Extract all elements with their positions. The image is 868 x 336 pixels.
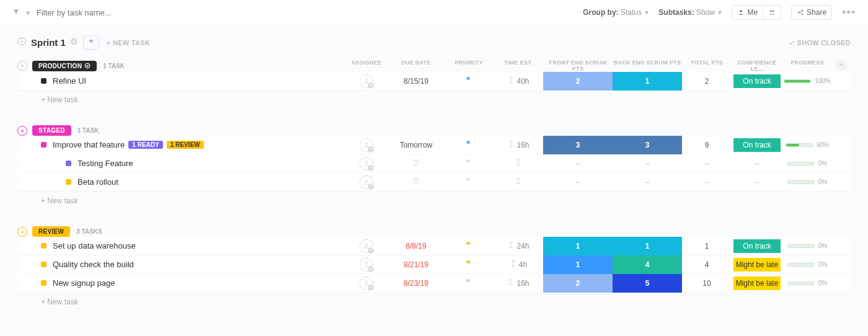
status-pill[interactable]: PRODUCTION bbox=[32, 61, 97, 71]
status-dot[interactable] bbox=[41, 78, 46, 84]
time-estimate[interactable]: 16h bbox=[507, 278, 529, 288]
priority-flag-icon[interactable] bbox=[465, 159, 472, 168]
fe-scrum-points[interactable]: 2 bbox=[543, 274, 613, 293]
fe-scrum-points[interactable]: 1 bbox=[543, 255, 613, 274]
fe-scrum-points[interactable]: 1 bbox=[543, 237, 613, 255]
hourglass-icon[interactable] bbox=[515, 159, 522, 168]
confidence-badge[interactable]: On track bbox=[733, 74, 781, 88]
total-points[interactable]: – bbox=[682, 154, 732, 173]
priority-flag-icon[interactable] bbox=[465, 177, 472, 187]
assignee-avatar[interactable] bbox=[360, 157, 373, 170]
task-name[interactable]: Refine UI bbox=[53, 76, 86, 86]
task-row[interactable]: Improve that feature 1 READY1 REVIEW Tom… bbox=[17, 136, 851, 154]
task-row[interactable]: Refine UI 8/15/19 40h 2 1 2 On track 100… bbox=[17, 72, 851, 91]
progress-cell[interactable]: 0% bbox=[787, 280, 827, 286]
subtasks-dropdown[interactable]: Subtasks: Show ▾ bbox=[658, 8, 722, 17]
assignees-button[interactable] bbox=[763, 5, 781, 20]
time-estimate[interactable]: 40h bbox=[507, 76, 529, 86]
hourglass-icon[interactable] bbox=[515, 177, 522, 187]
due-date[interactable]: 8/23/19 bbox=[404, 279, 428, 288]
fe-scrum-points[interactable]: 3 bbox=[543, 136, 613, 154]
assignee-avatar[interactable] bbox=[360, 239, 373, 253]
info-icon[interactable]: i bbox=[69, 37, 78, 48]
calendar-icon[interactable] bbox=[412, 177, 420, 187]
be-scrum-points[interactable]: 3 bbox=[613, 136, 682, 154]
assignee-avatar[interactable] bbox=[360, 258, 373, 272]
confidence-badge[interactable]: Might be late bbox=[733, 258, 781, 272]
progress-cell[interactable]: 100% bbox=[784, 77, 831, 84]
due-date[interactable]: 8/21/19 bbox=[404, 260, 428, 269]
time-estimate[interactable]: 16h bbox=[507, 140, 529, 149]
progress-cell[interactable]: 0% bbox=[787, 179, 827, 185]
be-scrum-points[interactable]: 1 bbox=[613, 237, 682, 255]
be-scrum-points[interactable]: 4 bbox=[613, 255, 682, 274]
total-points[interactable]: 1 bbox=[682, 237, 732, 255]
me-button[interactable]: Me bbox=[732, 5, 763, 20]
total-points[interactable]: 2 bbox=[682, 72, 732, 91]
new-task-row[interactable]: + New task bbox=[17, 91, 851, 109]
collapse-group-icon[interactable] bbox=[17, 61, 27, 71]
priority-flag-icon[interactable] bbox=[465, 76, 472, 86]
task-row[interactable]: Testing Feature – – – – 0% bbox=[17, 154, 851, 173]
new-task-row[interactable]: + New task bbox=[17, 293, 851, 311]
task-name[interactable]: Quality check the build bbox=[53, 260, 134, 269]
task-row[interactable]: Beta rollout – – – – 0% bbox=[17, 173, 851, 192]
confidence-badge[interactable]: – bbox=[755, 159, 760, 168]
assignee-avatar[interactable] bbox=[360, 74, 373, 88]
total-points[interactable]: 4 bbox=[682, 255, 732, 274]
priority-flag-icon[interactable] bbox=[465, 241, 472, 250]
status-pill[interactable]: STAGED bbox=[32, 125, 71, 136]
task-name[interactable]: Set up data warehouse bbox=[53, 241, 136, 250]
more-icon[interactable]: ••• bbox=[842, 6, 856, 19]
calendar-icon[interactable] bbox=[412, 159, 420, 168]
confidence-badge[interactable]: – bbox=[755, 178, 760, 187]
task-name[interactable]: Testing Feature bbox=[78, 159, 133, 168]
assignee-avatar[interactable] bbox=[360, 276, 373, 290]
priority-flag-icon[interactable] bbox=[465, 260, 472, 269]
confidence-badge[interactable]: Might be late bbox=[733, 276, 781, 290]
fe-scrum-points[interactable]: – bbox=[543, 154, 613, 173]
priority-flag-icon[interactable] bbox=[465, 140, 472, 149]
task-row[interactable]: Quality check the build 8/21/19 4h 1 4 4… bbox=[17, 255, 851, 274]
due-date[interactable]: 8/15/19 bbox=[404, 77, 428, 86]
task-row[interactable]: New signup page 8/23/19 16h 2 5 10 Might… bbox=[17, 274, 851, 293]
task-row[interactable]: Set up data warehouse 8/8/19 24h 1 1 1 O… bbox=[17, 237, 851, 255]
due-date[interactable]: Tomorrow bbox=[400, 141, 433, 149]
priority-flag-icon[interactable] bbox=[465, 278, 472, 288]
status-dot[interactable] bbox=[66, 161, 71, 166]
task-tag[interactable]: 1 READY bbox=[128, 141, 162, 149]
time-estimate[interactable]: 24h bbox=[507, 241, 529, 250]
new-task-button[interactable]: + NEW TASK bbox=[107, 39, 150, 46]
collapse-group-icon[interactable] bbox=[17, 126, 27, 136]
task-name[interactable]: New signup page bbox=[53, 278, 115, 288]
be-scrum-points[interactable]: 1 bbox=[613, 72, 682, 91]
progress-cell[interactable]: 0% bbox=[787, 160, 827, 167]
sparkle-icon[interactable] bbox=[83, 35, 99, 50]
time-estimate[interactable]: 4h bbox=[510, 260, 527, 269]
status-dot[interactable] bbox=[41, 243, 46, 249]
status-dot[interactable] bbox=[41, 142, 46, 148]
status-dot[interactable] bbox=[66, 179, 71, 185]
be-scrum-points[interactable]: – bbox=[613, 173, 682, 192]
due-date[interactable]: 8/8/19 bbox=[405, 242, 426, 250]
collapse-sprint-icon[interactable] bbox=[17, 37, 26, 48]
fe-scrum-points[interactable]: 2 bbox=[543, 72, 613, 91]
confidence-badge[interactable]: On track bbox=[733, 239, 781, 253]
task-name[interactable]: Beta rollout bbox=[78, 177, 118, 187]
assignee-avatar[interactable] bbox=[360, 138, 373, 152]
new-task-row[interactable]: + New task bbox=[17, 192, 851, 210]
status-pill[interactable]: REVIEW bbox=[32, 226, 70, 237]
status-dot[interactable] bbox=[41, 280, 46, 286]
chevron-down-icon[interactable]: ▾ bbox=[26, 8, 30, 17]
total-points[interactable]: – bbox=[682, 173, 732, 192]
show-closed-toggle[interactable]: SHOW CLOSED bbox=[787, 39, 851, 46]
status-dot[interactable] bbox=[41, 262, 46, 267]
task-name[interactable]: Improve that feature bbox=[53, 140, 125, 149]
be-scrum-points[interactable]: – bbox=[613, 154, 682, 173]
progress-cell[interactable]: 0% bbox=[787, 261, 827, 268]
filter-input[interactable] bbox=[37, 8, 583, 17]
total-points[interactable]: 10 bbox=[682, 274, 732, 293]
group-by-dropdown[interactable]: Group by: Status ▾ bbox=[583, 8, 649, 17]
progress-cell[interactable]: 0% bbox=[787, 242, 827, 249]
add-column-button[interactable]: + bbox=[832, 60, 851, 72]
